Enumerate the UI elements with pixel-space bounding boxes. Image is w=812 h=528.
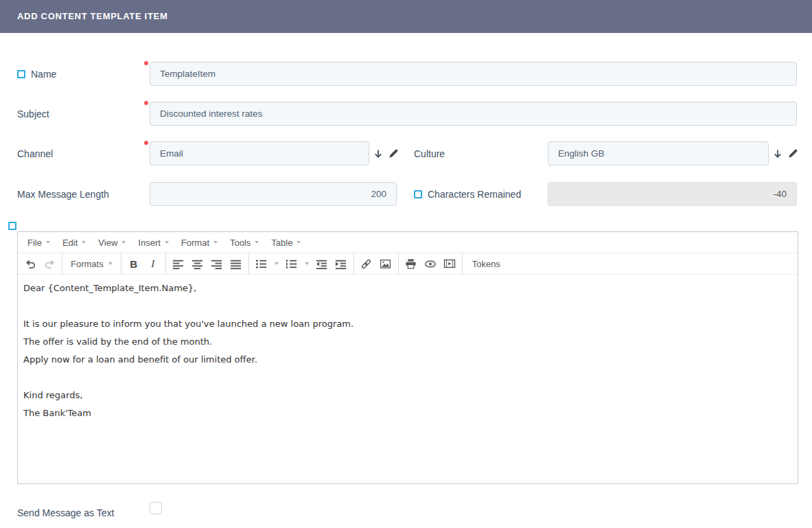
link-icon (360, 258, 372, 270)
pencil-icon (388, 148, 399, 159)
content-line: It is our pleasure to inform you that yo… (23, 319, 792, 330)
message-editor: File Edit View Insert Format Tools (17, 231, 798, 484)
italic-button[interactable]: I (143, 255, 163, 273)
culture-label-text: Culture (414, 148, 445, 159)
justify-button[interactable] (227, 255, 246, 273)
content-line: Apply now for a loan and benefit of our … (23, 354, 792, 365)
name-label-text: Name (31, 69, 56, 80)
chevron-down-icon (108, 262, 113, 265)
insert-link-button[interactable] (357, 255, 376, 273)
formats-label: Formats (71, 259, 104, 269)
chevron-down-icon (305, 262, 309, 265)
numbered-list-button[interactable] (282, 255, 301, 273)
menu-insert-label: Insert (138, 238, 161, 248)
toolbar-group-history (18, 253, 62, 274)
preview-eye-icon (424, 257, 437, 270)
menu-table[interactable]: Table (265, 232, 307, 253)
info-square-icon (17, 70, 25, 78)
name-label: Name (17, 62, 56, 86)
menu-tools[interactable]: Tools (224, 232, 265, 253)
align-right-icon (211, 258, 222, 270)
align-center-button[interactable] (188, 255, 207, 273)
bullet-list-options-button[interactable] (271, 255, 282, 273)
chevron-down-icon (255, 241, 259, 244)
media-icon (443, 257, 456, 270)
channel-input[interactable] (150, 141, 369, 165)
toolbar-group-output (398, 253, 462, 274)
channel-edit-button[interactable] (386, 141, 401, 165)
preview-button[interactable] (421, 255, 440, 273)
channel-dropdown-button[interactable] (371, 141, 386, 165)
chevron-down-icon (121, 241, 126, 244)
required-dot (144, 141, 148, 145)
menu-insert[interactable]: Insert (132, 232, 175, 253)
print-icon (405, 258, 417, 270)
characters-remained-label-text: Characters Remained (428, 189, 521, 200)
insert-media-button[interactable] (440, 255, 459, 273)
menu-file-label: File (27, 238, 42, 248)
required-dot (144, 61, 148, 65)
chevron-down-icon (297, 241, 301, 244)
indent-button[interactable] (332, 255, 351, 273)
content-line: The offer is valid by the end of the mon… (23, 336, 792, 347)
menu-edit-label: Edit (62, 238, 78, 248)
insert-image-button[interactable] (376, 255, 395, 273)
max-message-length-input[interactable] (150, 182, 397, 206)
page-header: ADD CONTENT TEMPLATE ITEM (0, 0, 812, 33)
numbered-list-options-button[interactable] (301, 255, 312, 273)
culture-dropdown-button[interactable] (770, 141, 785, 165)
send-message-as-text-label: Send Message as Text (17, 501, 114, 525)
add-content-template-item-page: ADD CONTENT TEMPLATE ITEM Name Subject C… (0, 0, 812, 528)
toolbar-group-lists (248, 253, 353, 274)
page-title: ADD CONTENT TEMPLATE ITEM (0, 0, 812, 33)
tokens-button[interactable]: Tokens (465, 255, 507, 273)
culture-label: Culture (414, 141, 445, 165)
bullet-list-button[interactable] (252, 255, 271, 273)
channel-label-text: Channel (17, 148, 53, 159)
max-message-length-label-text: Max Message Length (17, 189, 109, 200)
align-left-icon (172, 258, 184, 270)
bold-button[interactable]: B (124, 255, 143, 273)
menu-edit[interactable]: Edit (56, 232, 92, 253)
chevron-down-icon (275, 262, 279, 265)
justify-icon (230, 258, 242, 270)
menu-format-label: Format (181, 238, 209, 248)
toolbar-group-tokens: Tokens (462, 253, 510, 274)
arrow-down-icon (373, 148, 384, 159)
align-left-button[interactable] (169, 255, 188, 273)
culture-input[interactable] (548, 141, 769, 165)
italic-icon: I (151, 258, 154, 270)
menu-table-label: Table (271, 238, 292, 248)
required-dot (144, 101, 148, 105)
content-line: Dear {Content_Template_Item.Name}, (23, 283, 792, 294)
image-icon (380, 258, 391, 270)
toolbar-group-formats: Formats (62, 253, 121, 274)
align-center-icon (192, 258, 203, 270)
send-message-as-text-label-text: Send Message as Text (17, 507, 114, 518)
content-line: Kind regards, (23, 390, 792, 401)
editor-toolbar: Formats B I (18, 253, 798, 275)
culture-edit-button[interactable] (785, 141, 800, 165)
toolbar-group-insert (353, 253, 398, 274)
menu-tools-label: Tools (230, 238, 251, 248)
editor-content[interactable]: Dear {Content_Template_Item.Name}, It is… (18, 275, 798, 483)
subject-input[interactable] (150, 102, 797, 126)
name-input[interactable] (150, 62, 797, 86)
send-message-as-text-checkbox[interactable] (150, 502, 162, 514)
formats-dropdown[interactable]: Formats (65, 255, 118, 273)
menu-view[interactable]: View (92, 232, 132, 253)
toolbar-group-style: B I (121, 253, 165, 274)
arrow-down-icon (772, 148, 783, 159)
max-message-length-label: Max Message Length (17, 182, 109, 206)
undo-icon (25, 258, 36, 270)
menu-format[interactable]: Format (175, 232, 224, 253)
align-right-button[interactable] (207, 255, 227, 273)
print-button[interactable] (402, 255, 421, 273)
characters-remained-input (548, 182, 797, 206)
menu-file[interactable]: File (21, 232, 56, 253)
bold-icon: B (130, 258, 137, 270)
outdent-button[interactable] (312, 255, 332, 273)
content-line (23, 301, 792, 312)
redo-button[interactable] (40, 255, 59, 273)
undo-button[interactable] (21, 255, 40, 273)
